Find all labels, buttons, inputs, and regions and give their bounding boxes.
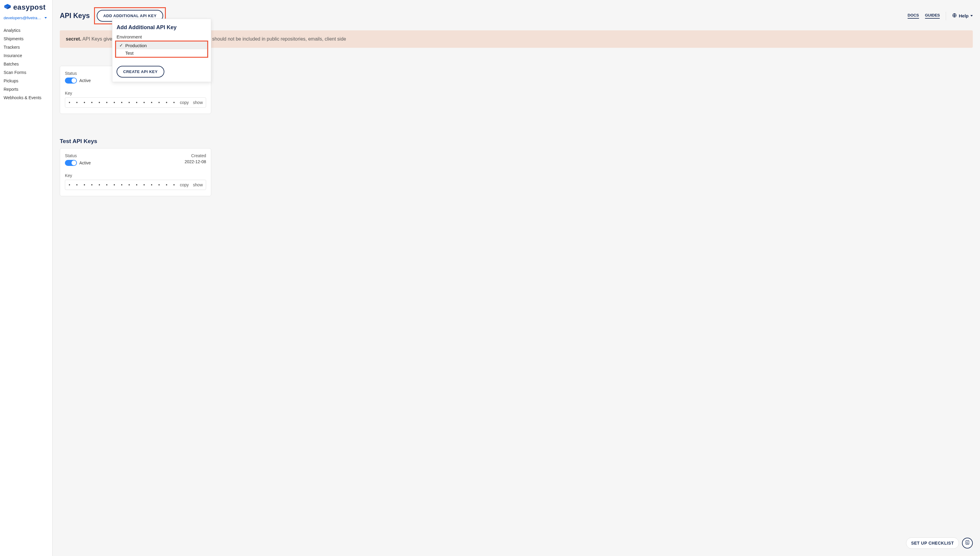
setup-checklist-widget: SET UP CHECKLIST: [906, 537, 973, 549]
help-menu[interactable]: Help: [952, 13, 973, 19]
add-api-key-popover: Add Additional API Key Environment ✓ Pro…: [112, 19, 211, 82]
checkmark-icon: ✓: [119, 43, 123, 48]
brand-name: easypost: [13, 3, 46, 11]
svg-rect-4: [966, 541, 969, 544]
header-links: DOCS GUIDES Help: [907, 12, 973, 20]
key-masked-value: • • • • • • • • • • • • • • • • • • • • …: [68, 183, 176, 187]
docs-link[interactable]: DOCS: [907, 13, 919, 19]
banner-bold: secret.: [66, 36, 81, 42]
status-block: Status Active: [65, 71, 91, 84]
key-label: Key: [65, 173, 206, 178]
globe-icon: [952, 13, 957, 19]
brand-logo[interactable]: easypost: [3, 3, 49, 11]
option-label: Production: [125, 43, 147, 48]
status-value: Active: [79, 160, 91, 165]
key-label: Key: [65, 91, 206, 95]
setup-checklist-button[interactable]: SET UP CHECKLIST: [906, 537, 959, 549]
nav-list: Analytics Shipments Trackers Insurance B…: [3, 26, 49, 102]
status-toggle[interactable]: [65, 78, 77, 84]
nav-item-scan-forms[interactable]: Scan Forms: [3, 68, 49, 77]
caret-down-icon: [45, 17, 47, 19]
copy-key-button[interactable]: copy: [180, 100, 189, 105]
nav-item-shipments[interactable]: Shipments: [3, 35, 49, 43]
option-label: Test: [125, 50, 134, 56]
status-label: Status: [65, 153, 91, 158]
nav-item-webhooks[interactable]: Webhooks & Events: [3, 94, 49, 102]
nav-item-analytics[interactable]: Analytics: [3, 26, 49, 35]
option-production[interactable]: ✓ Production: [116, 42, 207, 49]
divider: [946, 12, 946, 20]
account-switcher[interactable]: developers@fivetran.c...: [3, 16, 49, 20]
sidebar: easypost developers@fivetran.c... Analyt…: [0, 0, 53, 556]
nav-item-pickups[interactable]: Pickups: [3, 77, 49, 85]
environment-label: Environment: [116, 34, 207, 39]
created-label: Created: [184, 153, 206, 158]
status-block: Status Active: [65, 153, 91, 166]
nav-item-reports[interactable]: Reports: [3, 85, 49, 94]
key-field: • • • • • • • • • • • • • • • • • • • • …: [65, 97, 206, 108]
popover-title: Add Additional API Key: [116, 24, 207, 31]
setup-checklist-fab[interactable]: [962, 538, 973, 548]
show-key-button[interactable]: show: [193, 100, 203, 105]
key-field: • • • • • • • • • • • • • • • • • • • • …: [65, 180, 206, 190]
created-block: Created 2022-12-08: [184, 153, 206, 164]
checklist-icon: [965, 540, 970, 546]
key-masked-value: • • • • • • • • • • • • • • • • • • • • …: [68, 100, 176, 105]
help-label: Help: [959, 13, 969, 18]
created-date: 2022-12-08: [184, 159, 206, 164]
show-key-button[interactable]: show: [193, 183, 203, 187]
user-email: developers@fivetran.c...: [3, 16, 43, 20]
environment-select[interactable]: ✓ Production Test: [116, 42, 207, 51]
option-test[interactable]: Test: [116, 49, 207, 57]
test-key-card: Status Active Created 2022-12-08 Key • •…: [60, 148, 211, 196]
guides-link[interactable]: GUIDES: [925, 13, 940, 19]
caret-down-icon: [970, 15, 973, 16]
status-value: Active: [79, 78, 91, 83]
nav-item-trackers[interactable]: Trackers: [3, 43, 49, 52]
copy-key-button[interactable]: copy: [180, 183, 189, 187]
logo-mark-icon: [3, 3, 11, 11]
nav-item-batches[interactable]: Batches: [3, 60, 49, 68]
environment-dropdown: ✓ Production Test: [116, 41, 207, 57]
nav-item-insurance[interactable]: Insurance: [3, 52, 49, 60]
test-section-title: Test API Keys: [60, 138, 973, 145]
page-title: API Keys: [60, 12, 90, 20]
main-content: API Keys ADD ADDITIONAL API KEY DOCS GUI…: [53, 0, 980, 556]
status-label: Status: [65, 71, 91, 76]
create-api-key-button[interactable]: CREATE API KEY: [116, 66, 164, 78]
status-toggle[interactable]: [65, 160, 77, 166]
